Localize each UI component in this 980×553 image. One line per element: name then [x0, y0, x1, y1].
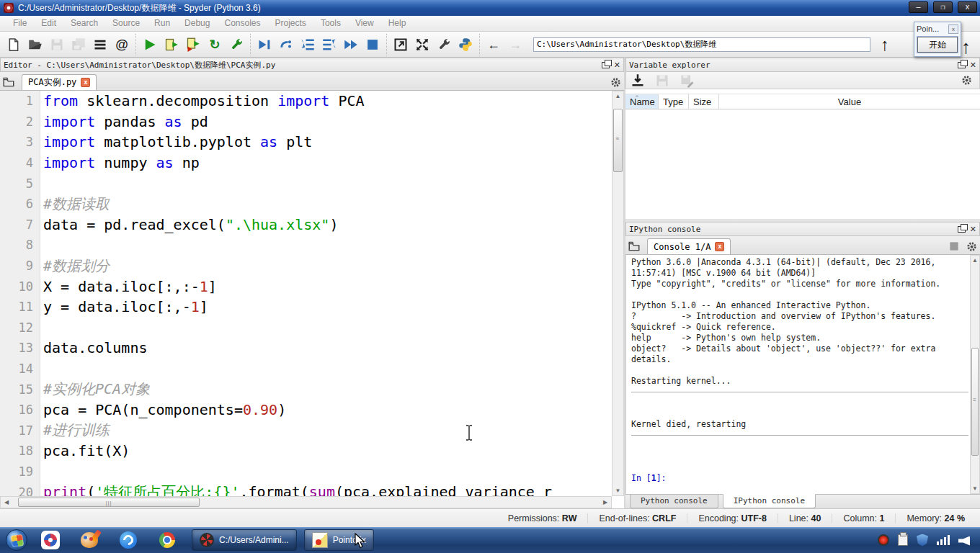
console-options-gear-icon[interactable] [963, 238, 980, 254]
column-header-value[interactable]: Value [719, 94, 980, 109]
code-line-6[interactable]: 6#数据读取 [0, 194, 612, 215]
maximize-button[interactable]: ❐ [933, 1, 953, 13]
menu-run[interactable]: Run [147, 16, 177, 31]
new-console-icon[interactable] [625, 238, 643, 254]
interrupt-kernel-icon[interactable] [945, 238, 963, 254]
code-line-1[interactable]: 1from sklearn.decomposition import PCA [0, 91, 612, 112]
run-config-icon[interactable] [226, 35, 247, 55]
save-icon[interactable] [46, 35, 68, 55]
run-cell-icon[interactable] [161, 35, 182, 55]
back-icon[interactable]: ← [483, 35, 504, 55]
minimize-button[interactable]: – [909, 1, 928, 13]
code-line-20[interactable]: 20print('特征所占百分比:{}'.format(sum(pca.expl… [0, 482, 612, 496]
editor-options-gear-icon[interactable] [607, 74, 624, 90]
close-pane-icon[interactable]: ✕ [970, 60, 976, 70]
menu-edit[interactable]: Edit [34, 16, 63, 31]
code-line-4[interactable]: 4import numpy as np [0, 153, 612, 174]
undock-icon[interactable] [958, 62, 966, 68]
console-tab[interactable]: Console 1/A x [647, 238, 731, 254]
maximize-pane-icon[interactable] [390, 35, 411, 55]
code-line-12[interactable]: 12 [0, 318, 612, 338]
new-file-icon[interactable] [3, 35, 24, 55]
column-header-size[interactable]: Size [689, 94, 719, 109]
step-return-icon[interactable] [318, 35, 340, 55]
step-run-icon[interactable] [275, 35, 297, 55]
run-cell-advance-icon[interactable] [182, 35, 204, 55]
close-button[interactable]: x [958, 1, 977, 13]
menu-source[interactable]: Source [105, 16, 147, 31]
code-line-17[interactable]: 17#进行训练 [0, 421, 612, 441]
code-line-8[interactable]: 8 [0, 235, 612, 256]
step-into-icon[interactable] [297, 35, 318, 55]
parent-directory-icon[interactable]: ↑ [881, 36, 889, 53]
python-path-icon[interactable] [455, 35, 476, 55]
save-data-icon[interactable] [655, 73, 669, 88]
close-pane-icon[interactable]: ✕ [970, 225, 976, 234]
editor-vscroll-thumb[interactable]: ≡ [613, 109, 623, 172]
console-output[interactable]: Python 3.6.0 |Anaconda 4.3.1 (64-bit)| (… [625, 255, 980, 494]
spyder-task-button[interactable]: C:/Users/Admini... [192, 529, 297, 551]
menu-search[interactable]: Search [63, 16, 105, 31]
pointofix-titlebar[interactable]: Poin... x [914, 22, 961, 35]
pointofix-close-icon[interactable]: x [948, 24, 958, 34]
menu-view[interactable]: View [348, 16, 381, 31]
code-line-19[interactable]: 19 [0, 462, 612, 482]
menu-help[interactable]: Help [381, 16, 414, 31]
pointofix-start-button[interactable]: 开始 [917, 37, 958, 53]
open-folder-icon[interactable] [24, 35, 46, 55]
clipboard-icon[interactable] [898, 534, 908, 546]
debug-icon[interactable] [254, 35, 275, 55]
editor-hscroll-thumb[interactable]: ||| [18, 498, 200, 507]
editor-horizontal-scrollbar[interactable]: ◀ ||| ▶ [0, 496, 612, 508]
menu-projects[interactable]: Projects [268, 16, 313, 31]
menu-tools[interactable]: Tools [313, 16, 348, 31]
code-line-10[interactable]: 10X = data.iloc[:,:-1] [0, 276, 612, 297]
editor-vertical-scrollbar[interactable]: ▲ ≡ ▼ [612, 91, 624, 496]
sunlogin-app-icon[interactable] [36, 529, 65, 551]
code-line-5[interactable]: 5 [0, 173, 612, 194]
code-line-18[interactable]: 18pca.fit(X) [0, 441, 612, 462]
menu-consoles[interactable]: Consoles [217, 16, 267, 31]
working-directory-input[interactable]: C:\Users\Administrator\Desktop\数据降维 [533, 37, 870, 52]
save-data-as-icon[interactable] [680, 73, 694, 88]
menu-file[interactable]: File [6, 16, 34, 31]
qq-browser-app-icon[interactable] [114, 529, 143, 551]
file-switcher-icon[interactable] [89, 35, 111, 55]
menu-debug[interactable]: Debug [177, 16, 217, 31]
run-icon[interactable] [139, 35, 161, 55]
network-bars-icon[interactable] [937, 535, 950, 545]
column-header-type[interactable]: Type [659, 94, 689, 109]
save-all-icon[interactable] [68, 35, 89, 55]
stop-debug-icon[interactable] [362, 35, 383, 55]
bottom-tab-python-console[interactable]: Python console [630, 495, 718, 508]
shield-icon[interactable] [917, 534, 928, 547]
import-data-icon[interactable] [631, 73, 645, 88]
close-pane-icon[interactable]: ✕ [614, 60, 620, 70]
code-line-15[interactable]: 15#实例化PCA对象 [0, 379, 612, 400]
start-button[interactable] [6, 529, 27, 551]
editor-tab-pca[interactable]: PCA实例.py x [22, 74, 97, 90]
undock-icon[interactable] [602, 62, 610, 68]
code-line-9[interactable]: 9#数据划分 [0, 256, 612, 276]
code-line-11[interactable]: 11y = data.iloc[:,-1] [0, 297, 612, 318]
chrome-app-icon[interactable] [153, 529, 182, 551]
tab-close-icon[interactable]: x [715, 242, 724, 251]
browse-tabs-icon[interactable] [0, 74, 17, 90]
code-line-13[interactable]: 13data.columns [0, 338, 612, 359]
rerun-icon[interactable]: ↻ [204, 35, 226, 55]
code-line-7[interactable]: 7data = pd.read_excel(".\hua.xlsx") [0, 215, 612, 235]
code-editor[interactable]: 1from sklearn.decomposition import PCA2i… [0, 91, 612, 496]
paint-app-icon[interactable] [75, 529, 104, 551]
console-vertical-scrollbar[interactable]: ▲ ≡ ▼ [970, 255, 980, 494]
continue-icon[interactable] [340, 35, 362, 55]
speaker-icon[interactable] [958, 536, 970, 546]
tab-close-icon[interactable]: x [81, 78, 90, 87]
fullscreen-icon[interactable] [411, 35, 433, 55]
column-header-name[interactable]: Name^ [625, 94, 659, 109]
bottom-tab-ipython-console[interactable]: IPython console [723, 494, 816, 508]
code-line-14[interactable]: 14 [0, 359, 612, 379]
preferences-icon[interactable] [433, 35, 455, 55]
code-line-2[interactable]: 2import pandas as pd [0, 112, 612, 132]
undock-icon[interactable] [958, 226, 966, 233]
code-line-3[interactable]: 3import matplotlib.pyplot as plt [0, 132, 612, 153]
